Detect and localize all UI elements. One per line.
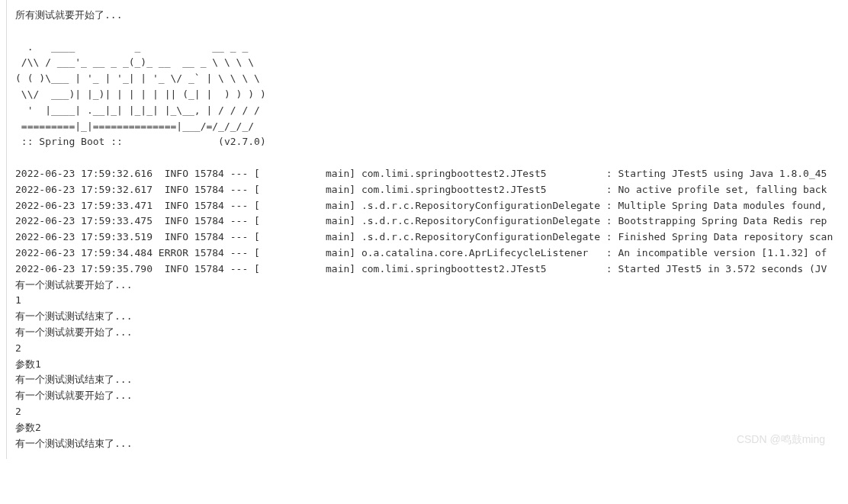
output-line: 2	[15, 404, 833, 420]
output-line: 1	[15, 293, 833, 309]
banner-line: =========|_|==============|___/=/_/_/_/	[15, 119, 833, 135]
output-line: 有一个测试测试结束了...	[15, 436, 833, 452]
log-line: 2022-06-23 17:59:35.790 INFO 15784 --- […	[15, 262, 833, 278]
watermark: CSDN @鸣鼓ming	[737, 431, 825, 448]
test-output: 有一个测试就要开始了...1有一个测试测试结束了...有一个测试就要开始了...…	[15, 278, 833, 452]
output-line: 有一个测试测试结束了...	[15, 372, 833, 388]
output-line: 2	[15, 341, 833, 357]
log-line: 2022-06-23 17:59:32.616 INFO 15784 --- […	[15, 166, 833, 182]
banner-line: ' |____| .__|_| |_|_| |_\__, | / / / /	[15, 103, 833, 119]
spring-boot-banner: . ____ _ __ _ _ /\\ / ___'_ __ _ _(_)_ _…	[15, 40, 833, 151]
output-line: 参数1	[15, 357, 833, 373]
banner-line: \\/ ___)| |_)| | | | | || (_| | ) ) ) )	[15, 87, 833, 103]
left-border	[6, 0, 7, 459]
blank-line	[15, 150, 833, 166]
banner-line: /\\ / ___'_ __ _ _(_)_ __ __ _ \ \ \ \	[15, 55, 833, 71]
log-line: 2022-06-23 17:59:33.471 INFO 15784 --- […	[15, 198, 833, 214]
log-line: 2022-06-23 17:59:33.519 INFO 15784 --- […	[15, 230, 833, 246]
output-line: 有一个测试测试结束了...	[15, 309, 833, 325]
banner-line: :: Spring Boot :: (v2.7.0)	[15, 134, 833, 150]
blank-line	[15, 24, 833, 40]
output-line: 参数2	[15, 420, 833, 436]
output-line: 有一个测试就要开始了...	[15, 388, 833, 404]
log-line: 2022-06-23 17:59:33.475 INFO 15784 --- […	[15, 213, 833, 230]
output-line: 有一个测试就要开始了...	[15, 278, 833, 294]
console-output: 所有测试就要开始了... . ____ _ __ _ _ /\\ / ___'_…	[15, 8, 833, 451]
output-line: 有一个测试就要开始了...	[15, 325, 833, 341]
log-line: 2022-06-23 17:59:32.617 INFO 15784 --- […	[15, 182, 833, 198]
banner-line: ( ( )\___ | '_ | '_| | '_ \/ _` | \ \ \ …	[15, 71, 833, 87]
intro-line: 所有测试就要开始了...	[15, 8, 833, 24]
log-lines: 2022-06-23 17:59:32.616 INFO 15784 --- […	[15, 166, 833, 278]
banner-line: . ____ _ __ _ _	[15, 40, 833, 56]
log-line: 2022-06-23 17:59:34.484 ERROR 15784 --- …	[15, 246, 833, 262]
